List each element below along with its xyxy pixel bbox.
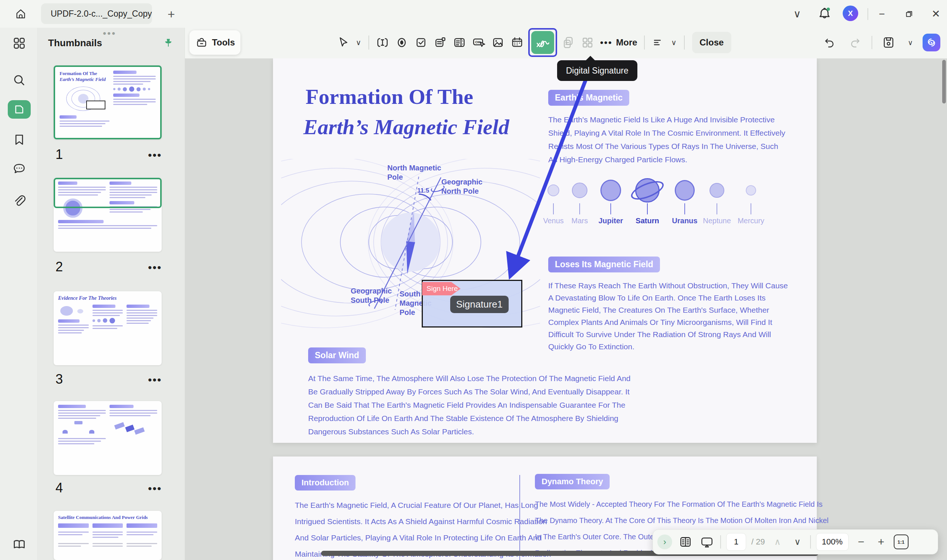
rail-reader-mode-button[interactable] bbox=[12, 537, 27, 552]
calendar-icon bbox=[510, 35, 524, 49]
diagram-label-geographic-south-pole: Geographic South Pole bbox=[351, 286, 403, 305]
radio-button-tool-button[interactable] bbox=[392, 33, 411, 52]
redo-icon bbox=[848, 36, 862, 49]
thumbnail-page-1[interactable]: Formation Of The Earth’s Magnetic Field bbox=[54, 65, 162, 139]
section-heading-loses: Loses Its Magnetic Field bbox=[548, 257, 660, 272]
more-label: More bbox=[616, 37, 637, 48]
tools-button[interactable]: Tools bbox=[190, 30, 241, 55]
zoom-level-input[interactable]: 100% bbox=[816, 533, 848, 551]
form-field-tool-button[interactable] bbox=[430, 33, 450, 52]
chevron-right-icon: › bbox=[663, 537, 666, 547]
signature-field-label: Signature1 bbox=[450, 296, 509, 313]
vertical-scrollbar-thumb[interactable] bbox=[942, 60, 946, 103]
titlebar-dropdown[interactable]: ∨ bbox=[790, 7, 805, 22]
toolbox-icon bbox=[195, 36, 208, 49]
pin-icon[interactable] bbox=[163, 38, 174, 49]
intro-line: And Solar Particles, Playing A Vital Rol… bbox=[295, 530, 551, 546]
restore-button[interactable] bbox=[901, 7, 918, 22]
doc-title-line1: Formation Of The bbox=[305, 84, 473, 109]
reader-icon bbox=[12, 537, 27, 552]
planet-label: Mercury bbox=[734, 217, 768, 225]
ai-icon bbox=[925, 36, 938, 49]
rail-home-grid-button[interactable] bbox=[12, 36, 27, 51]
signature-field[interactable]: Sign Here Signature1 bbox=[422, 280, 522, 328]
next-page-button[interactable]: ∨ bbox=[790, 534, 805, 549]
rail-search-button[interactable] bbox=[12, 73, 27, 88]
panel-title: Thumbnails bbox=[48, 37, 102, 49]
thumbnail-number: 3 bbox=[56, 371, 63, 387]
text-field-tool-button[interactable] bbox=[373, 33, 392, 52]
planet-saturn: Saturn bbox=[631, 177, 664, 225]
notifications-button[interactable] bbox=[816, 5, 833, 22]
select-tool-button[interactable] bbox=[333, 33, 352, 52]
digital-signature-button[interactable] bbox=[531, 31, 554, 54]
planet-neptune: Neptune bbox=[700, 177, 734, 225]
list-box-icon bbox=[452, 35, 466, 49]
toolbar-divider bbox=[369, 35, 369, 49]
thumbnail-menu-button[interactable]: ••• bbox=[148, 262, 162, 274]
image-field-tool-button[interactable] bbox=[488, 33, 507, 52]
account-button[interactable]: X bbox=[843, 6, 858, 21]
collapse-bar-button[interactable]: › bbox=[657, 534, 672, 549]
page-icon bbox=[13, 103, 26, 116]
rail-attachments-button[interactable] bbox=[12, 193, 27, 208]
actual-size-button[interactable]: 1:1 bbox=[894, 534, 908, 549]
ai-assistant-button[interactable] bbox=[922, 34, 940, 51]
undo-button[interactable] bbox=[820, 33, 839, 52]
list-box-tool-button[interactable] bbox=[450, 33, 469, 52]
close-icon: ✕ bbox=[932, 9, 940, 19]
alignment-button[interactable] bbox=[648, 33, 668, 52]
rail-thumbnails-button-active[interactable] bbox=[8, 100, 31, 118]
diagram-label-geographic-north-pole: Geographic North Pole bbox=[441, 177, 497, 196]
chevron-down-icon: ∨ bbox=[671, 38, 677, 47]
previous-page-button-disabled: ∧ bbox=[770, 534, 785, 549]
thumbnail-page-3[interactable]: Evidence For The Theories bbox=[54, 291, 162, 365]
intro-line: Intrigued Scientists. It Acts As A Shiel… bbox=[295, 514, 551, 530]
planet-jupiter: Jupiter bbox=[594, 177, 628, 225]
toolbar-divider bbox=[644, 35, 645, 49]
image-icon bbox=[491, 35, 505, 49]
rail-bookmarks-button[interactable] bbox=[12, 132, 27, 147]
more-button[interactable]: ••• More bbox=[600, 37, 637, 48]
thumbnail-page-4[interactable] bbox=[54, 401, 162, 475]
thumbnail-number: 4 bbox=[56, 480, 63, 496]
checkbox-icon bbox=[414, 35, 428, 49]
alignment-dropdown[interactable]: ∨ bbox=[668, 33, 680, 52]
save-dropdown[interactable]: ∨ bbox=[905, 33, 916, 52]
push-button-tool-button[interactable]: OK bbox=[469, 33, 488, 52]
avatar: X bbox=[843, 6, 858, 21]
date-field-tool-button[interactable] bbox=[507, 33, 527, 52]
rail-comments-button[interactable] bbox=[12, 162, 27, 176]
close-window-button[interactable]: ✕ bbox=[928, 7, 944, 22]
new-tab-button[interactable]: + bbox=[164, 7, 179, 22]
intro-line: The Earth's Magnetic Field, A Crucial Fe… bbox=[295, 497, 551, 514]
thumbnail-page-2[interactable] bbox=[54, 178, 162, 252]
presentation-mode-button[interactable] bbox=[699, 534, 715, 550]
earths-magnetic-paragraph: The Earth's Magnetic Field Is Like A Hug… bbox=[548, 113, 788, 166]
thumbnail-menu-button[interactable]: ••• bbox=[148, 374, 162, 386]
thumbnail-page-5[interactable]: Satellite Communications And Power Grids bbox=[54, 511, 162, 560]
mini-title: Evidence For The Theories bbox=[58, 295, 157, 302]
zoom-out-button[interactable]: − bbox=[854, 534, 868, 549]
digital-signature-tool-selected[interactable] bbox=[528, 28, 557, 57]
ok-label: OK bbox=[475, 40, 481, 44]
document-canvas[interactable]: Formation Of The Earth’s Magnetic Field bbox=[185, 58, 947, 560]
checkbox-tool-button[interactable] bbox=[411, 33, 430, 52]
section-heading-dynamo: Dynamo Theory bbox=[535, 474, 610, 489]
page-number-input[interactable]: 1 bbox=[726, 533, 746, 551]
close-form-mode-button[interactable]: Close bbox=[692, 32, 731, 53]
toolbar-divider bbox=[684, 35, 685, 49]
save-button[interactable] bbox=[879, 33, 898, 52]
thumbnail-menu-button[interactable]: ••• bbox=[148, 149, 162, 162]
thumbnails-panel: ••• Thumbnails Formation Of The Earth’s … bbox=[37, 28, 185, 560]
page-layout-button[interactable] bbox=[677, 534, 694, 550]
planet-label: Jupiter bbox=[594, 217, 628, 225]
document-tab[interactable]: UPDF-2.0-c..._Copy_Copy bbox=[41, 3, 152, 24]
zoom-in-button[interactable]: + bbox=[874, 534, 888, 549]
dynamo-line: The Dynamo Theory. At The Core Of This T… bbox=[535, 512, 828, 529]
minimize-icon: − bbox=[879, 9, 885, 19]
thumbnail-menu-button[interactable]: ••• bbox=[148, 482, 162, 495]
minimize-button[interactable]: − bbox=[874, 7, 890, 22]
home-button[interactable] bbox=[13, 7, 28, 22]
select-tool-dropdown[interactable]: ∨ bbox=[352, 33, 365, 52]
